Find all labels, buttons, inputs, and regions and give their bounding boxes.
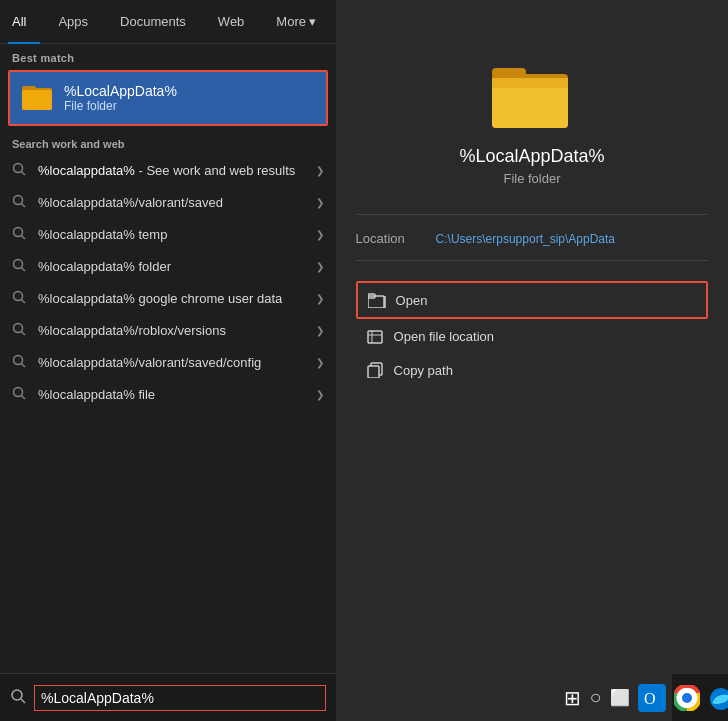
tab-web[interactable]: Web — [204, 0, 259, 44]
result-item-4[interactable]: %localappdata% google chrome user data ❯ — [0, 282, 336, 314]
edge-icon[interactable] — [708, 680, 728, 716]
svg-point-3 — [14, 164, 23, 173]
location-value[interactable]: C:\Users\erpsupport_sip\AppData — [436, 232, 615, 246]
result-arrow-5: ❯ — [316, 325, 324, 336]
result-text-7: %localappdata% file — [38, 387, 312, 402]
open-file-location-label: Open file location — [394, 329, 494, 344]
open-file-location-button[interactable]: Open file location — [356, 319, 709, 353]
search-result-icon-3 — [12, 258, 28, 274]
svg-point-15 — [14, 356, 23, 365]
location-icon — [366, 327, 384, 345]
left-panel: All Apps Documents Web More ▾ 👤 Best mat… — [0, 0, 336, 721]
taskbar: ⊞ ○ ⬜ O T W — [672, 673, 728, 721]
result-arrow-0: ❯ — [316, 165, 324, 176]
start-icon[interactable]: ⊞ — [564, 680, 581, 716]
svg-point-13 — [14, 324, 23, 333]
outlook-icon[interactable]: O — [638, 680, 666, 716]
svg-rect-28 — [368, 331, 382, 343]
folder-type: File folder — [503, 171, 560, 186]
svg-text:O: O — [644, 690, 656, 707]
actions-section: Open Open file location — [356, 281, 709, 387]
result-item-0[interactable]: %localappdata% - See work and web result… — [0, 154, 336, 186]
folder-icon-large — [492, 60, 572, 130]
right-panel: %LocalAppData% File folder Location C:\U… — [336, 0, 728, 721]
result-arrow-2: ❯ — [316, 229, 324, 240]
svg-rect-24 — [492, 78, 568, 88]
search-result-icon-2 — [12, 226, 28, 242]
folder-name: %LocalAppData% — [459, 146, 604, 167]
search-result-icon-1 — [12, 194, 28, 210]
svg-line-16 — [22, 364, 26, 368]
svg-line-12 — [22, 300, 26, 304]
search-work-web-label: Search work and web — [0, 128, 336, 154]
svg-rect-2 — [22, 90, 52, 110]
svg-point-5 — [14, 196, 23, 205]
open-label: Open — [396, 293, 428, 308]
tab-bar: All Apps Documents Web More ▾ 👤 — [0, 0, 336, 44]
result-text-6: %localappdata%/valorant/saved/config — [38, 355, 312, 370]
folder-icon-small — [22, 82, 54, 114]
best-match-label: Best match — [0, 44, 336, 68]
copy-path-label: Copy path — [394, 363, 453, 378]
location-label: Location — [356, 231, 436, 246]
result-arrow-1: ❯ — [316, 197, 324, 208]
search-result-icon-4 — [12, 290, 28, 306]
search-result-icon-6 — [12, 354, 28, 370]
taskview-icon[interactable]: ⬜ — [610, 680, 630, 716]
svg-line-4 — [22, 172, 26, 176]
svg-line-18 — [22, 396, 26, 400]
copy-icon — [366, 361, 384, 379]
best-match-title: %LocalAppData% — [64, 83, 177, 99]
svg-point-11 — [14, 292, 23, 301]
result-arrow-4: ❯ — [316, 293, 324, 304]
svg-line-6 — [22, 204, 26, 208]
best-match-subtitle: File folder — [64, 99, 177, 113]
result-item-5[interactable]: %localappdata%/roblox/versions ❯ — [0, 314, 336, 346]
search-result-icon-7 — [12, 386, 28, 402]
result-text-0: %localappdata% - See work and web result… — [38, 163, 312, 178]
tab-documents[interactable]: Documents — [106, 0, 200, 44]
open-folder-icon — [368, 291, 386, 309]
result-item-1[interactable]: %localappdata%/valorant/saved ❯ — [0, 186, 336, 218]
svg-point-37 — [683, 694, 691, 702]
tab-more[interactable]: More ▾ — [262, 0, 330, 44]
search-result-icon-5 — [12, 322, 28, 338]
search-result-icon — [12, 162, 28, 178]
result-text-4: %localappdata% google chrome user data — [38, 291, 312, 306]
location-row: Location C:\Users\erpsupport_sip\AppData — [356, 231, 709, 246]
svg-line-20 — [21, 699, 25, 703]
result-item-3[interactable]: %localappdata% folder ❯ — [0, 250, 336, 282]
search-input[interactable] — [34, 685, 326, 711]
result-text-2: %localappdata% temp — [38, 227, 312, 242]
right-content: %LocalAppData% File folder Location C:\U… — [336, 0, 728, 387]
svg-rect-1 — [22, 86, 36, 90]
result-item-7[interactable]: %localappdata% file ❯ — [0, 378, 336, 410]
chevron-down-icon: ▾ — [309, 14, 316, 29]
svg-line-8 — [22, 236, 26, 240]
open-button[interactable]: Open — [356, 281, 709, 319]
result-item-2[interactable]: %localappdata% temp ❯ — [0, 218, 336, 250]
svg-rect-32 — [368, 366, 379, 378]
svg-line-14 — [22, 332, 26, 336]
result-text-5: %localappdata%/roblox/versions — [38, 323, 312, 338]
search-taskbar-icon[interactable]: ○ — [589, 680, 601, 716]
result-arrow-6: ❯ — [316, 357, 324, 368]
result-text-1: %localappdata%/valorant/saved — [38, 195, 312, 210]
results-list: %localappdata% - See work and web result… — [0, 154, 336, 721]
tab-all[interactable]: All — [8, 0, 40, 44]
copy-path-button[interactable]: Copy path — [356, 353, 709, 387]
search-bar — [0, 673, 336, 721]
svg-rect-22 — [492, 68, 526, 78]
result-text-3: %localappdata% folder — [38, 259, 312, 274]
svg-point-9 — [14, 260, 23, 269]
best-match-item[interactable]: %LocalAppData% File folder — [8, 70, 328, 126]
svg-point-7 — [14, 228, 23, 237]
best-match-text: %LocalAppData% File folder — [64, 83, 177, 113]
svg-line-10 — [22, 268, 26, 272]
chrome-icon[interactable] — [674, 680, 700, 716]
svg-point-17 — [14, 388, 23, 397]
divider-2 — [356, 260, 709, 261]
result-item-6[interactable]: %localappdata%/valorant/saved/config ❯ — [0, 346, 336, 378]
tab-apps[interactable]: Apps — [44, 0, 102, 44]
result-arrow-7: ❯ — [316, 389, 324, 400]
